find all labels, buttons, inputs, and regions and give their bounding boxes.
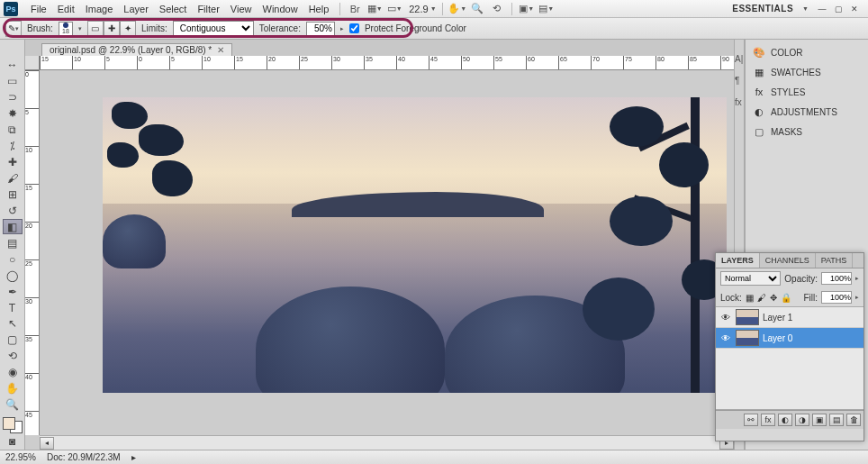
chevron-down-icon[interactable]: ▼ xyxy=(802,5,809,12)
brush-preset-picker[interactable]: 18 xyxy=(59,22,73,36)
menu-window[interactable]: Window xyxy=(258,2,303,16)
layer-thumbnail[interactable] xyxy=(736,330,759,346)
character-panel-icon[interactable]: A| xyxy=(735,54,744,67)
extras-icon[interactable]: ▣▼ xyxy=(518,2,536,16)
lasso-tool[interactable]: ⊃ xyxy=(3,90,23,105)
blend-mode-select[interactable]: Normal xyxy=(720,271,781,286)
layer-style-button[interactable]: fx xyxy=(761,414,775,426)
menu-edit[interactable]: Edit xyxy=(52,2,80,16)
lock-pixels-icon[interactable]: 🖌 xyxy=(757,293,766,303)
3d-orbit-tool[interactable]: ◉ xyxy=(3,365,23,380)
adjustment-layer-button[interactable]: ◑ xyxy=(795,414,809,426)
color-swatch[interactable] xyxy=(3,417,23,433)
menu-layer[interactable]: Layer xyxy=(118,2,154,16)
protect-foreground-checkbox[interactable] xyxy=(349,23,359,33)
guides-icon[interactable]: ▤▼ xyxy=(538,2,556,16)
tab-channels[interactable]: CHANNELS xyxy=(760,253,816,268)
menu-view[interactable]: View xyxy=(225,2,258,16)
rectangle-tool[interactable]: ▢ xyxy=(3,332,23,348)
fill-input[interactable] xyxy=(821,291,852,304)
foreground-color-swatch[interactable] xyxy=(3,417,15,430)
layer-thumbnail[interactable] xyxy=(736,309,759,325)
3d-rotate-tool[interactable]: ⟲ xyxy=(3,349,23,364)
eyedropper-tool[interactable]: ⁒ xyxy=(3,139,23,154)
arrange-documents-icon[interactable]: ▦▼ xyxy=(366,2,384,16)
status-flyout-icon[interactable]: ▸ xyxy=(131,452,136,462)
panel-swatches[interactable]: ▦SWATCHES xyxy=(749,63,864,81)
history-brush-tool[interactable]: ↺ xyxy=(3,203,23,218)
zoom-level[interactable]: 22.9 xyxy=(409,4,428,14)
layer-group-button[interactable]: ▣ xyxy=(812,414,827,426)
scroll-left-button[interactable]: ◂ xyxy=(40,437,54,450)
tolerance-input[interactable] xyxy=(306,22,335,36)
menu-filter[interactable]: Filter xyxy=(192,2,224,16)
hand-tool[interactable]: ✋ xyxy=(3,381,23,396)
vertical-ruler[interactable]: 051015202530354045 xyxy=(25,70,40,435)
zoom-tool[interactable]: 🔍 xyxy=(3,397,23,413)
limits-select[interactable]: Contiguous xyxy=(173,21,254,36)
status-doc-size[interactable]: Doc: 20.9M/22.3M xyxy=(47,452,121,462)
chevron-right-icon[interactable]: ▸ xyxy=(855,275,859,282)
blur-tool[interactable]: ○ xyxy=(3,251,23,267)
panel-adjustments[interactable]: ◐ADJUSTMENTS xyxy=(749,103,864,121)
quick-selection-tool[interactable]: ✸ xyxy=(3,106,23,122)
dodge-tool[interactable]: ◯ xyxy=(3,268,23,283)
panel-masks[interactable]: ▢MASKS xyxy=(749,123,864,141)
maximize-button[interactable]: ▢ xyxy=(832,4,845,14)
pen-tool[interactable]: ✒ xyxy=(3,284,23,299)
hand-tool-icon[interactable]: ✋▼ xyxy=(448,2,466,16)
tab-layers[interactable]: LAYERS xyxy=(716,253,760,268)
ruler-origin[interactable] xyxy=(25,56,40,70)
horizontal-ruler[interactable]: 1510505101520253035404550556065707580859… xyxy=(40,56,734,70)
tab-paths[interactable]: PATHS xyxy=(816,253,854,268)
marquee-tool[interactable]: ▭ xyxy=(3,74,23,89)
menu-help[interactable]: Help xyxy=(303,2,335,16)
styles-panel-icon[interactable]: fx xyxy=(735,97,744,110)
canvas[interactable] xyxy=(40,70,734,435)
eraser-tool[interactable]: ◧ xyxy=(3,219,23,234)
move-tool[interactable]: ↔ xyxy=(3,58,23,73)
layer-item[interactable]: 👁Layer 0 xyxy=(716,328,863,349)
close-button[interactable]: ✕ xyxy=(848,4,861,14)
healing-brush-tool[interactable]: ✚ xyxy=(3,155,23,170)
screen-mode-icon[interactable]: ▭▼ xyxy=(385,2,403,16)
lock-all-icon[interactable]: 🔒 xyxy=(781,293,791,303)
horizontal-scrollbar[interactable]: ◂ ▸ xyxy=(40,435,734,450)
tool-preset-picker[interactable]: ✎▾ xyxy=(5,21,22,37)
workspace-switcher[interactable]: ESSENTIALS xyxy=(725,2,800,15)
type-tool[interactable]: T xyxy=(3,300,23,315)
menu-image[interactable]: Image xyxy=(80,2,119,16)
sampling-swatch-button[interactable]: ✦ xyxy=(120,21,136,37)
zoom-tool-icon[interactable]: 🔍 xyxy=(468,2,486,16)
launch-bridge-icon[interactable]: Br xyxy=(346,2,364,16)
crop-tool[interactable]: ⧉ xyxy=(3,123,23,138)
lock-transparency-icon[interactable]: ▦ xyxy=(746,293,754,303)
panel-color[interactable]: 🎨COLOR xyxy=(749,43,864,61)
quick-mask-tool[interactable]: ◙ xyxy=(3,434,23,450)
tolerance-flyout-icon[interactable]: ▸ xyxy=(340,25,344,32)
lock-position-icon[interactable]: ✥ xyxy=(770,293,777,303)
close-tab-icon[interactable]: ✕ xyxy=(217,45,224,55)
link-layers-button[interactable]: ⚯ xyxy=(744,414,758,426)
menu-file[interactable]: File xyxy=(25,2,52,16)
layer-mask-button[interactable]: ◐ xyxy=(778,414,792,426)
gradient-tool[interactable]: ▤ xyxy=(3,235,23,250)
brush-tool[interactable]: 🖌 xyxy=(3,171,23,187)
sampling-once-button[interactable]: ✚ xyxy=(104,21,120,37)
new-layer-button[interactable]: ▤ xyxy=(829,414,844,426)
layer-item[interactable]: 👁Layer 1 xyxy=(716,307,863,328)
chevron-down-icon[interactable]: ▾ xyxy=(78,25,82,32)
chevron-right-icon[interactable]: ▸ xyxy=(855,294,859,301)
chevron-down-icon[interactable]: ▼ xyxy=(430,5,437,12)
status-zoom[interactable]: 22.95% xyxy=(5,452,36,462)
visibility-icon[interactable]: 👁 xyxy=(719,313,732,323)
panel-styles[interactable]: fxSTYLES xyxy=(749,83,864,101)
document-tab[interactable]: original.psd @ 22.9% (Layer 0, RGB/8) * … xyxy=(41,43,232,56)
clone-stamp-tool[interactable]: ⊞ xyxy=(3,187,23,203)
opacity-input[interactable] xyxy=(821,272,852,285)
sampling-continuous-button[interactable]: ▭ xyxy=(87,21,104,37)
paragraph-panel-icon[interactable]: ¶ xyxy=(735,76,744,88)
rotate-view-icon[interactable]: ⟲ xyxy=(488,2,506,16)
path-selection-tool[interactable]: ↖ xyxy=(3,316,23,332)
minimize-button[interactable]: — xyxy=(816,4,828,14)
